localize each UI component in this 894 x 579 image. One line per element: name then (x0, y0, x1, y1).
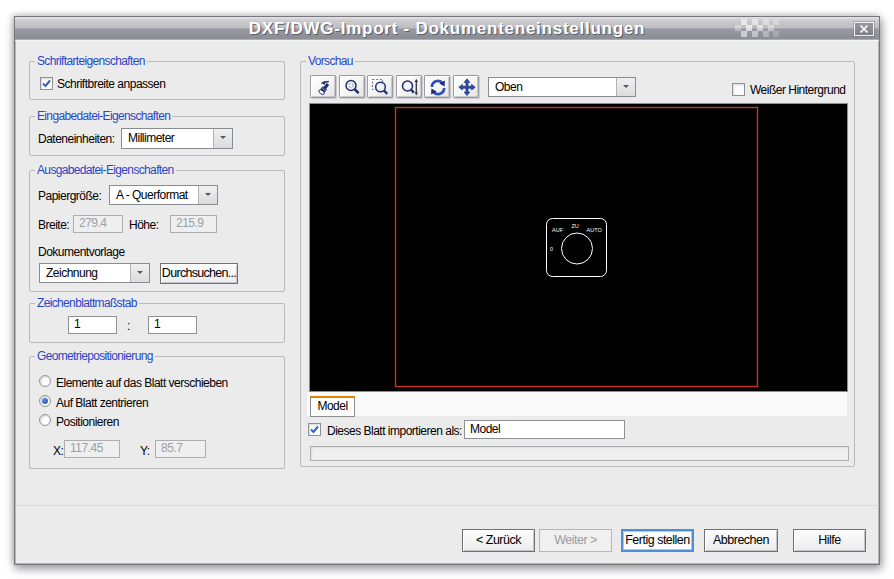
svg-text:AUF: AUF (552, 227, 564, 233)
svg-text:ZU: ZU (572, 223, 579, 229)
svg-text:0: 0 (550, 246, 553, 252)
svg-text:AUTO: AUTO (587, 227, 603, 233)
